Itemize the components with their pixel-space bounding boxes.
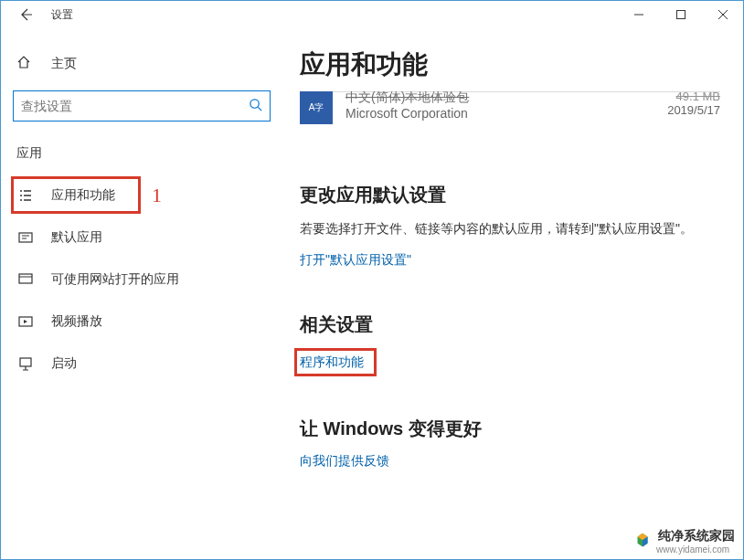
watermark-url: www.yidamei.com — [656, 544, 735, 555]
nav-label: 应用和功能 — [51, 187, 115, 204]
search-icon — [249, 98, 262, 114]
maximize-button[interactable] — [660, 0, 702, 29]
sidebar-section-label: 应用 — [13, 142, 271, 165]
svg-rect-5 — [20, 358, 31, 366]
sidebar: 主页 应用 应用和功能 1 默认应用 可使 — [0, 29, 283, 560]
open-default-apps-link[interactable]: 打开"默认应用设置" — [300, 252, 411, 269]
app-date: 2019/5/17 — [667, 103, 720, 117]
annotation-number-1: 1 — [152, 184, 162, 207]
svg-rect-3 — [19, 274, 32, 283]
back-button[interactable] — [7, 0, 44, 29]
app-meta: 49.1 MB 2019/5/17 — [667, 95, 720, 117]
minimize-icon — [634, 10, 643, 19]
feedback-link[interactable]: 向我们提供反馈 — [300, 453, 389, 470]
watermark: 纯净系统家园 www.yidamei.com — [632, 528, 735, 555]
minimize-button[interactable] — [618, 0, 660, 29]
website-icon — [16, 272, 35, 287]
home-icon — [16, 55, 35, 72]
nav-default-apps[interactable]: 默认应用 — [13, 220, 271, 255]
maximize-icon — [676, 10, 686, 19]
close-icon — [718, 10, 728, 19]
section-default-heading: 更改应用默认设置 — [300, 183, 720, 207]
svg-point-1 — [250, 100, 259, 108]
nav-label: 启动 — [51, 355, 77, 372]
close-button[interactable] — [702, 0, 744, 29]
content-area: 应用和功能 A字 中文(简体)本地体验包 Microsoft Corporati… — [283, 29, 744, 560]
search-input[interactable] — [21, 99, 249, 113]
video-icon — [16, 314, 35, 329]
back-arrow-icon — [18, 7, 33, 22]
search-box[interactable] — [13, 90, 271, 122]
home-link[interactable]: 主页 — [13, 48, 271, 79]
app-name: 中文(简体)本地体验包 — [345, 91, 667, 106]
app-info: 中文(简体)本地体验包 Microsoft Corporation — [345, 95, 667, 121]
app-size: 49.1 MB — [667, 91, 720, 103]
section-related-heading: 相关设置 — [300, 312, 720, 337]
startup-icon — [16, 356, 35, 371]
list-icon — [16, 188, 35, 203]
svg-rect-0 — [677, 11, 686, 19]
nav-apps-features[interactable]: 应用和功能 1 — [13, 178, 271, 213]
programs-features-link[interactable]: 程序和功能 — [300, 354, 364, 371]
app-list-item[interactable]: A字 中文(简体)本地体验包 Microsoft Corporation 49.… — [300, 91, 720, 132]
nav-label: 可使用网站打开的应用 — [51, 271, 179, 288]
nav-website-apps[interactable]: 可使用网站打开的应用 — [13, 262, 271, 297]
nav-video-playback[interactable]: 视频播放 — [13, 304, 271, 339]
titlebar: 设置 — [0, 0, 744, 29]
nav-label: 默认应用 — [51, 229, 102, 246]
app-icon: A字 — [300, 91, 333, 124]
app-publisher: Microsoft Corporation — [345, 106, 667, 121]
watermark-title: 纯净系统家园 — [658, 528, 735, 544]
section-default-desc: 若要选择打开文件、链接等内容的默认应用，请转到"默认应用设置"。 — [300, 218, 720, 238]
window-controls — [618, 0, 744, 29]
section-feedback-heading: 让 Windows 变得更好 — [300, 417, 720, 441]
home-label: 主页 — [51, 56, 77, 72]
page-title: 应用和功能 — [300, 48, 720, 82]
nav-startup[interactable]: 启动 — [13, 346, 271, 381]
watermark-logo-icon — [632, 532, 653, 552]
nav-label: 视频播放 — [51, 313, 102, 330]
svg-rect-2 — [19, 233, 32, 242]
window-title: 设置 — [51, 7, 73, 23]
defaults-icon — [16, 230, 35, 245]
